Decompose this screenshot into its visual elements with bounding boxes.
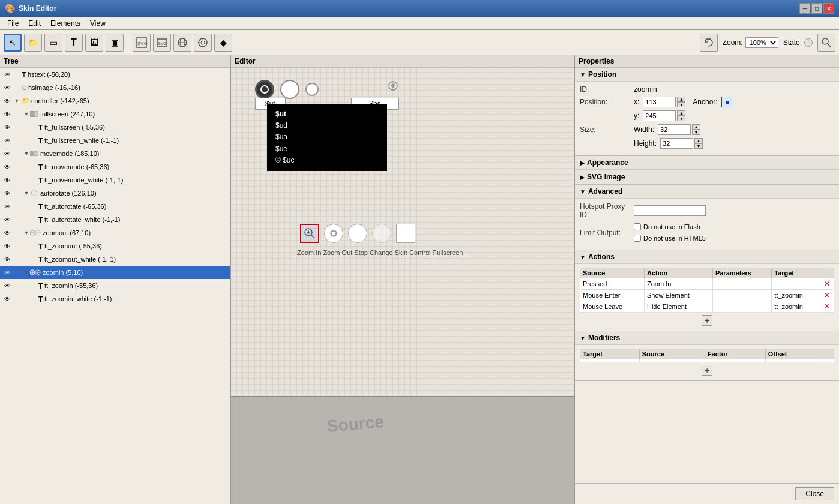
search-button[interactable]: [817, 34, 835, 52]
height-input[interactable]: [660, 138, 693, 149]
zoom-select[interactable]: 100% 50% 150% 200%: [745, 37, 778, 48]
cursor-tool[interactable]: ▣: [106, 34, 124, 52]
x-input[interactable]: [643, 97, 676, 107]
pin-tool[interactable]: ◆: [214, 34, 232, 52]
delete-action-2[interactable]: ✕: [823, 302, 831, 311]
rect-tool[interactable]: ▭: [44, 34, 62, 52]
tree-item-zoomin[interactable]: 👁 ▼ zoomin (5,10): [0, 266, 230, 279]
eye-icon-tt-zoomin[interactable]: 👁: [1, 280, 13, 292]
eye-icon-zoomout[interactable]: 👁: [1, 227, 13, 239]
y-spin-down[interactable]: ▼: [677, 116, 685, 121]
eye-icon-tt-fullscreen[interactable]: 👁: [1, 121, 13, 133]
maximize-button[interactable]: □: [811, 3, 822, 14]
actions-section-header[interactable]: ▼ Actions: [575, 250, 839, 264]
tree-item-tt-fullscreen-white[interactable]: 👁 T tt_fullscreen_white (-1,-1): [0, 134, 230, 147]
tree-item-autorotate[interactable]: 👁 ▼ autorotate (126,10): [0, 187, 230, 200]
appearance-section-header[interactable]: ▶ Appearance: [575, 156, 839, 170]
toggle-fullscreen[interactable]: ▼: [23, 110, 30, 118]
action-row-1[interactable]: Mouse Enter Show Element tt_zoomin ✕: [580, 290, 834, 301]
globe-tool[interactable]: [173, 34, 191, 52]
flash-checkbox[interactable]: [634, 223, 641, 230]
editor-zoomin-selected[interactable]: [300, 224, 319, 243]
tree-item-tt-zoomin[interactable]: 👁 T tt_zoomin (-55,36): [0, 279, 230, 292]
menu-view[interactable]: View: [85, 19, 110, 28]
height-spin-down[interactable]: ▼: [694, 143, 703, 149]
tree-item-tt-zoomout-white[interactable]: 👁 T tt_zoomout_white (-1,-1): [0, 253, 230, 266]
tree-item-tt-autorotate-white[interactable]: 👁 T tt_autorotate_white (-1,-1): [0, 213, 230, 226]
close-window-button[interactable]: ✕: [823, 3, 834, 14]
tree-item-zoomout[interactable]: 👁 ▼ zoomout (67,10): [0, 226, 230, 239]
eye-icon-tt-zoomout-white[interactable]: 👁: [1, 253, 13, 265]
add-modifier-button[interactable]: +: [702, 365, 712, 376]
menu-elements[interactable]: Elements: [46, 19, 85, 28]
advanced-section-header[interactable]: ▼ Advanced: [575, 185, 839, 199]
y-spin-buttons: ▲ ▼: [677, 110, 685, 121]
eye-icon-tt-movemode-white[interactable]: 👁: [1, 174, 13, 186]
tree-item-fullscreen[interactable]: 👁 ▼ fullscreen (247,10): [0, 107, 230, 121]
eye-icon-autorotate[interactable]: 👁: [1, 187, 13, 199]
minimize-button[interactable]: ─: [799, 3, 810, 14]
eye-icon-controller[interactable]: 👁: [1, 95, 13, 107]
tree-item-hstext[interactable]: 👁 T hstext (-50,20): [0, 68, 230, 81]
tree-item-controller[interactable]: 👁 ▼ 📁 controller (-142,-65): [0, 94, 230, 107]
toggle-movemode[interactable]: ▼: [23, 150, 30, 157]
undo-button[interactable]: [700, 34, 718, 52]
eye-icon-tt-zoomout[interactable]: 👁: [1, 240, 13, 252]
anchor-br[interactable]: [729, 104, 733, 108]
svg-image-section-header[interactable]: ▶ SVG Image: [575, 170, 839, 184]
folder-tool[interactable]: 📁: [24, 34, 42, 52]
image-tool[interactable]: 🖼: [85, 34, 103, 52]
eye-icon-hstext[interactable]: 👁: [1, 68, 13, 80]
editor-canvas-area[interactable]: $ut $hs $ut $ud $ua $ue © $uc: [231, 68, 574, 504]
eye-icon-tt-autorotate-white[interactable]: 👁: [1, 214, 13, 226]
anchor-grid[interactable]: [721, 97, 732, 107]
eye-icon-tt-autorotate[interactable]: 👁: [1, 200, 13, 212]
modifiers-section-header[interactable]: ▼ Modifiers: [575, 331, 839, 345]
delete-action-1[interactable]: ✕: [823, 291, 831, 299]
svg-tool[interactable]: SVG: [133, 34, 151, 52]
menu-edit[interactable]: Edit: [23, 19, 46, 28]
eye-icon-hsimage[interactable]: 👁: [1, 82, 13, 94]
tree-item-hsimage[interactable]: 👁 ⊙ hsimage (-16,-16): [0, 81, 230, 94]
tree-container[interactable]: 👁 T hstext (-50,20) 👁 ⊙ hsimage (-16,-16…: [0, 68, 230, 504]
tree-item-tt-zoomin-white[interactable]: 👁 T tt_zoomin_white (-1,-1): [0, 292, 230, 305]
text-tool[interactable]: T: [65, 34, 83, 52]
eye-icon-zoomin[interactable]: 👁: [1, 266, 13, 278]
menu-file[interactable]: File: [2, 19, 23, 28]
target-tool[interactable]: [194, 34, 212, 52]
tree-item-tt-fullscreen[interactable]: 👁 T tt_fullscreen (-55,36): [0, 121, 230, 134]
width-spin-up[interactable]: ▲: [692, 124, 700, 130]
tree-item-tt-zoomout[interactable]: 👁 T tt_zoomout (-55,36): [0, 239, 230, 253]
y-input[interactable]: [643, 110, 676, 121]
tree-item-tt-movemode[interactable]: 👁 T tt_movemode (-65,36): [0, 160, 230, 173]
tree-item-tt-movemode-white[interactable]: 👁 T tt_movemode_white (-1,-1): [0, 173, 230, 187]
eye-icon-tt-zoomin-white[interactable]: 👁: [1, 293, 13, 305]
delete-action-0[interactable]: ✕: [823, 280, 831, 288]
hotspot-input[interactable]: [634, 205, 706, 216]
y-spin-up[interactable]: ▲: [677, 110, 685, 116]
position-section-header[interactable]: ▼ Position: [575, 68, 839, 82]
html5-checkbox[interactable]: [634, 235, 641, 242]
action-row-0[interactable]: Pressed Zoom In ✕: [580, 278, 834, 290]
toggle-controller[interactable]: ▼: [13, 97, 20, 104]
x-spin-up[interactable]: ▲: [677, 97, 685, 102]
eye-icon-tt-fullscreen-white[interactable]: 👁: [1, 134, 13, 146]
state-dot[interactable]: [804, 38, 813, 47]
eye-icon-movemode[interactable]: 👁: [1, 148, 13, 160]
toggle-zoomout[interactable]: ▼: [23, 229, 30, 236]
select-tool[interactable]: ↖: [4, 34, 22, 52]
tree-item-movemode[interactable]: 👁 ▼ movemode (185,10): [0, 147, 230, 160]
x-spin-down[interactable]: ▼: [677, 102, 685, 107]
close-button[interactable]: Close: [795, 487, 834, 500]
width-spin-down[interactable]: ▼: [692, 130, 700, 135]
eye-icon-tt-movemode[interactable]: 👁: [1, 161, 13, 173]
svg2-tool[interactable]: SVG: [153, 34, 171, 52]
eye-icon-fullscreen[interactable]: 👁: [1, 108, 13, 120]
action-row-2[interactable]: Mouse Leave Hide Element tt_zoomin ✕: [580, 301, 834, 313]
toggle-zoomin[interactable]: ▼: [23, 269, 30, 276]
height-spin-up[interactable]: ▲: [694, 138, 703, 143]
tree-item-tt-autorotate[interactable]: 👁 T tt_autorotate (-65,36): [0, 200, 230, 213]
width-input[interactable]: [658, 124, 691, 135]
toggle-autorotate[interactable]: ▼: [23, 190, 30, 197]
add-action-button[interactable]: +: [702, 315, 712, 326]
